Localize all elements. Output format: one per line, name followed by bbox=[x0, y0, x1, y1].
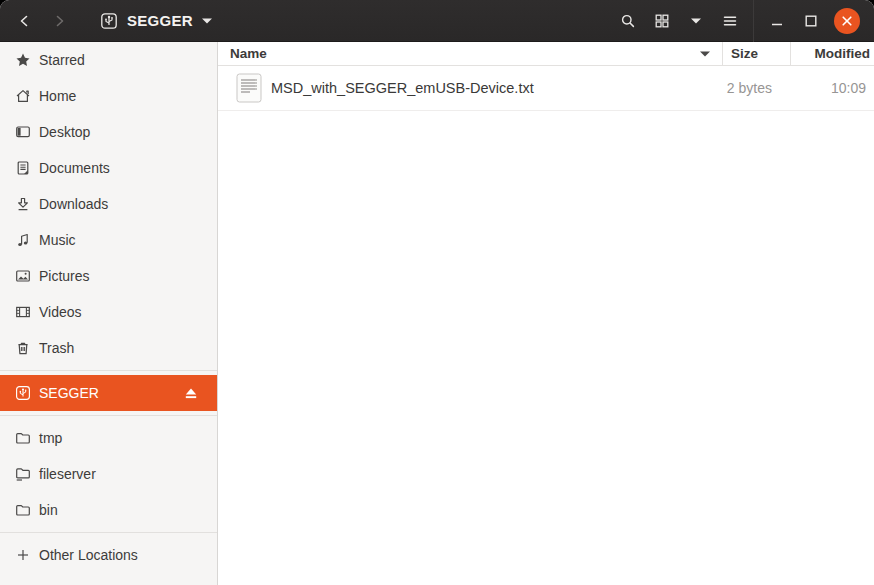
close-button[interactable] bbox=[834, 8, 860, 34]
document-icon bbox=[15, 160, 31, 176]
chevron-right-icon bbox=[51, 13, 67, 29]
file-name: MSD_with_SEGGER_emUSB-Device.txt bbox=[271, 80, 534, 96]
plus-icon bbox=[15, 547, 31, 563]
download-icon bbox=[15, 196, 31, 212]
trash-icon bbox=[15, 340, 31, 356]
sidebar-item-documents[interactable]: Documents bbox=[0, 150, 217, 186]
home-icon bbox=[15, 88, 31, 104]
minimize-button[interactable] bbox=[760, 4, 794, 38]
sidebar-item-starred[interactable]: Starred bbox=[0, 42, 217, 78]
minimize-icon bbox=[769, 13, 785, 29]
view-grid-button[interactable] bbox=[645, 4, 679, 38]
caret-down-icon bbox=[202, 18, 212, 24]
column-header-size[interactable]: Size bbox=[722, 42, 790, 65]
grid-view-icon bbox=[654, 13, 670, 29]
sidebar-item-label: SEGGER bbox=[39, 385, 99, 401]
sidebar-item-home[interactable]: Home bbox=[0, 78, 217, 114]
back-button[interactable] bbox=[8, 4, 42, 38]
sidebar-item-trash[interactable]: Trash bbox=[0, 330, 217, 366]
file-list-pane: Name Size Modified bbox=[218, 42, 874, 585]
sidebar-item-videos[interactable]: Videos bbox=[0, 294, 217, 330]
film-icon bbox=[15, 304, 31, 320]
sidebar-item-label: Other Locations bbox=[39, 547, 138, 563]
forward-button[interactable] bbox=[42, 4, 76, 38]
search-button[interactable] bbox=[611, 4, 645, 38]
desktop-icon bbox=[15, 124, 31, 140]
location-path-button[interactable]: SEGGER bbox=[92, 8, 220, 34]
sidebar-item-other-locations[interactable]: Other Locations bbox=[0, 537, 217, 573]
chevron-left-icon bbox=[17, 13, 33, 29]
sidebar-item-desktop[interactable]: Desktop bbox=[0, 114, 217, 150]
column-header-label: Size bbox=[731, 46, 758, 61]
sidebar-item-label: Home bbox=[39, 88, 76, 104]
caret-down-icon bbox=[700, 51, 710, 57]
sidebar-item-label: Starred bbox=[39, 52, 85, 68]
file-modified: 10:09 bbox=[790, 80, 874, 96]
sidebar-separator bbox=[0, 415, 217, 416]
sidebar-item-label: Pictures bbox=[39, 268, 90, 284]
file-name-cell: MSD_with_SEGGER_emUSB-Device.txt bbox=[218, 73, 722, 103]
column-header-label: Name bbox=[230, 46, 267, 61]
sidebar-separator bbox=[0, 532, 217, 533]
titlebar-separator bbox=[753, 0, 754, 42]
sort-indicator[interactable] bbox=[700, 51, 710, 57]
sidebar-item-label: Videos bbox=[39, 304, 82, 320]
sidebar-item-bin[interactable]: bin bbox=[0, 492, 217, 528]
column-header-name[interactable]: Name bbox=[218, 42, 722, 65]
window-content: Starred Home Desktop Documents Downloads… bbox=[0, 42, 874, 585]
sidebar-item-label: Desktop bbox=[39, 124, 90, 140]
file-row[interactable]: MSD_with_SEGGER_emUSB-Device.txt 2 bytes… bbox=[218, 66, 874, 111]
column-header-label: Modified bbox=[815, 46, 871, 61]
eject-icon bbox=[184, 387, 198, 400]
usb-drive-icon bbox=[15, 385, 31, 401]
search-icon bbox=[620, 13, 636, 29]
file-list-empty-area[interactable] bbox=[218, 111, 874, 585]
close-icon bbox=[841, 15, 853, 27]
sidebar-item-music[interactable]: Music bbox=[0, 222, 217, 258]
list-column-headers: Name Size Modified bbox=[218, 42, 874, 66]
folder-icon bbox=[15, 502, 31, 518]
sidebar-item-label: Documents bbox=[39, 160, 110, 176]
sidebar-item-label: tmp bbox=[39, 430, 62, 446]
menu-button[interactable] bbox=[713, 4, 747, 38]
sidebar-item-label: Downloads bbox=[39, 196, 108, 212]
sidebar-item-segger-device[interactable]: SEGGER bbox=[0, 375, 217, 411]
sidebar-item-fileserver[interactable]: fileserver bbox=[0, 456, 217, 492]
sidebar: Starred Home Desktop Documents Downloads… bbox=[0, 42, 218, 585]
file-manager-window: SEGGER bbox=[0, 0, 874, 585]
folder-remote-icon bbox=[15, 466, 31, 482]
hamburger-menu-icon bbox=[722, 13, 738, 29]
star-icon bbox=[15, 52, 31, 68]
view-options-button[interactable] bbox=[679, 4, 713, 38]
usb-drive-icon bbox=[100, 12, 118, 30]
location-label: SEGGER bbox=[127, 12, 193, 29]
sidebar-item-tmp[interactable]: tmp bbox=[0, 420, 217, 456]
sidebar-item-label: Music bbox=[39, 232, 76, 248]
sidebar-item-downloads[interactable]: Downloads bbox=[0, 186, 217, 222]
column-header-modified[interactable]: Modified bbox=[790, 42, 874, 65]
sidebar-item-pictures[interactable]: Pictures bbox=[0, 258, 217, 294]
text-file-icon bbox=[236, 73, 262, 103]
photo-icon bbox=[15, 268, 31, 284]
sidebar-separator bbox=[0, 370, 217, 371]
file-size: 2 bytes bbox=[722, 80, 790, 96]
folder-icon bbox=[15, 430, 31, 446]
titlebar: SEGGER bbox=[0, 0, 874, 42]
sidebar-item-label: fileserver bbox=[39, 466, 96, 482]
sidebar-item-label: Trash bbox=[39, 340, 74, 356]
music-note-icon bbox=[15, 232, 31, 248]
caret-down-icon bbox=[691, 18, 701, 24]
sidebar-item-label: bin bbox=[39, 502, 58, 518]
eject-button[interactable] bbox=[182, 385, 200, 402]
maximize-button[interactable] bbox=[794, 4, 828, 38]
maximize-icon bbox=[803, 13, 819, 29]
